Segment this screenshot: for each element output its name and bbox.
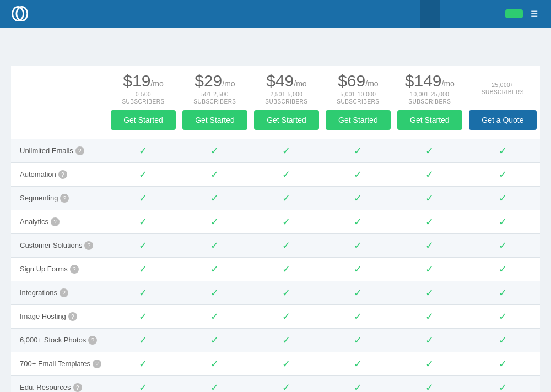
pricing-table: $19/mo 0-500 SUBSCRIBERS $29/mo 501-2,50… — [11, 66, 540, 392]
checkmark-icon: ✓ — [354, 335, 362, 346]
feature-check-5: ✓ — [466, 329, 540, 352]
checkmark-icon: ✓ — [499, 382, 507, 392]
checkmark-icon: ✓ — [499, 264, 507, 275]
checkmark-icon: ✓ — [210, 264, 219, 275]
plan-5-header: $149/mo 10,001-25,000 SUBSCRIBERS — [394, 66, 466, 107]
logo[interactable] — [11, 4, 35, 24]
feature-label: Segmenting? — [11, 187, 107, 210]
checkmark-icon: ✓ — [354, 311, 362, 322]
checkmark-icon: ✓ — [139, 382, 147, 392]
feature-check-4: ✓ — [394, 329, 466, 352]
feature-check-1: ✓ — [179, 139, 251, 163]
plan-6-header: 25,000+ SUBSCRIBERS — [466, 66, 540, 107]
feature-check-2: ✓ — [251, 376, 322, 393]
help-icon[interactable]: ? — [84, 241, 93, 250]
plan-3-get-started-button[interactable]: Get Started — [254, 110, 319, 130]
table-row: Analytics?✓✓✓✓✓✓ — [11, 210, 540, 234]
help-icon[interactable]: ? — [73, 383, 82, 392]
feature-label-text: 700+ Email Templates — [20, 360, 90, 368]
plan-4-price-value: $69 — [338, 72, 365, 90]
feature-check-0: ✓ — [107, 329, 179, 352]
feature-label: Image Hosting? — [11, 305, 107, 329]
hamburger-icon: ☰ — [531, 9, 538, 19]
help-icon[interactable]: ? — [70, 265, 79, 274]
help-icon[interactable]: ? — [93, 360, 101, 368]
get-quote-button[interactable]: Get a Quote — [469, 110, 537, 130]
checkmark-icon: ✓ — [282, 287, 290, 298]
plan-2-label: SUBSCRIBERS — [182, 99, 247, 105]
feature-check-4: ✓ — [394, 258, 466, 281]
feature-check-0: ✓ — [107, 305, 179, 329]
plan-5-price: $149/mo — [397, 72, 462, 90]
plan-1-btn-cell: Get Started — [107, 107, 179, 139]
plan-2-price-value: $29 — [195, 72, 222, 90]
plan-5-get-started-button[interactable]: Get Started — [397, 110, 462, 130]
nav-pricing[interactable] — [420, 0, 440, 28]
feature-check-3: ✓ — [322, 187, 394, 210]
plan-3-btn-cell: Get Started — [251, 107, 322, 139]
help-icon[interactable]: ? — [60, 194, 69, 203]
plan-2-header: $29/mo 501-2,500 SUBSCRIBERS — [179, 66, 251, 107]
checkmark-icon: ✓ — [354, 358, 362, 369]
checkmark-icon: ✓ — [354, 382, 362, 392]
plan-4-get-started-button[interactable]: Get Started — [326, 110, 391, 130]
table-row: Edu. Resources?✓✓✓✓✓✓ — [11, 376, 540, 393]
feature-check-3: ✓ — [322, 281, 394, 305]
feature-check-2: ✓ — [251, 281, 322, 305]
plan-6-range: 25,000+ — [469, 82, 537, 88]
feature-label: Analytics? — [11, 210, 107, 234]
checkmark-icon: ✓ — [354, 240, 362, 251]
checkmark-icon: ✓ — [425, 145, 434, 156]
feature-check-2: ✓ — [251, 258, 322, 281]
feature-check-3: ✓ — [322, 258, 394, 281]
help-icon[interactable]: ? — [75, 146, 84, 155]
feature-check-5: ✓ — [466, 281, 540, 305]
plan-3-header: $49/mo 2,501-5,000 SUBSCRIBERS — [251, 66, 322, 107]
features-body: Unlimited Emails?✓✓✓✓✓✓Automation?✓✓✓✓✓✓… — [11, 139, 540, 393]
plan-1-get-started-button[interactable]: Get Started — [111, 110, 176, 130]
feature-check-4: ✓ — [394, 210, 466, 234]
feature-label-text: Image Hosting — [20, 312, 66, 320]
feature-check-1: ✓ — [179, 234, 251, 258]
feature-check-4: ✓ — [394, 234, 466, 258]
checkmark-icon: ✓ — [139, 216, 147, 227]
plan-1-range: 0-500 — [111, 91, 176, 97]
help-icon[interactable]: ? — [88, 336, 97, 345]
feature-label: 6,000+ Stock Photos? — [11, 329, 107, 352]
plan-2-price: $29/mo — [182, 72, 247, 90]
plan-2-price-per: /mo — [222, 79, 235, 88]
checkmark-icon: ✓ — [282, 216, 290, 227]
plan-3-label: SUBSCRIBERS — [254, 99, 319, 105]
help-icon[interactable]: ? — [68, 312, 77, 321]
table-row: Image Hosting?✓✓✓✓✓✓ — [11, 305, 540, 329]
checkmark-icon: ✓ — [499, 193, 507, 204]
checkmark-icon: ✓ — [282, 193, 290, 204]
checkmark-icon: ✓ — [139, 311, 147, 322]
feature-check-4: ✓ — [394, 163, 466, 187]
nav-sign-in[interactable] — [480, 0, 500, 28]
help-icon[interactable]: ? — [60, 288, 68, 297]
feature-check-3: ✓ — [322, 352, 394, 376]
checkmark-icon: ✓ — [282, 240, 290, 251]
plan-3-price: $49/mo — [254, 72, 319, 90]
plan-5-range: 10,001-25,000 — [397, 91, 462, 97]
nav-blog[interactable] — [440, 0, 460, 28]
nav-features[interactable] — [401, 0, 420, 28]
free-trial-button[interactable] — [505, 9, 523, 18]
checkmark-icon: ✓ — [210, 382, 219, 392]
feature-check-2: ✓ — [251, 329, 322, 352]
nav-new-features[interactable] — [460, 0, 480, 28]
checkmark-icon: ✓ — [499, 311, 507, 322]
plan-5-label: SUBSCRIBERS — [397, 99, 462, 105]
feature-check-2: ✓ — [251, 210, 322, 234]
feature-check-2: ✓ — [251, 163, 322, 187]
plan-3-range: 2,501-5,000 — [254, 91, 319, 97]
plan-2-get-started-button[interactable]: Get Started — [182, 110, 247, 130]
feature-check-2: ✓ — [251, 187, 322, 210]
help-icon[interactable]: ? — [58, 170, 67, 179]
checkmark-icon: ✓ — [425, 382, 434, 392]
checkmark-icon: ✓ — [354, 216, 362, 227]
nav-menu[interactable]: ☰ — [531, 9, 540, 19]
checkmark-icon: ✓ — [139, 169, 147, 180]
help-icon[interactable]: ? — [51, 217, 60, 226]
